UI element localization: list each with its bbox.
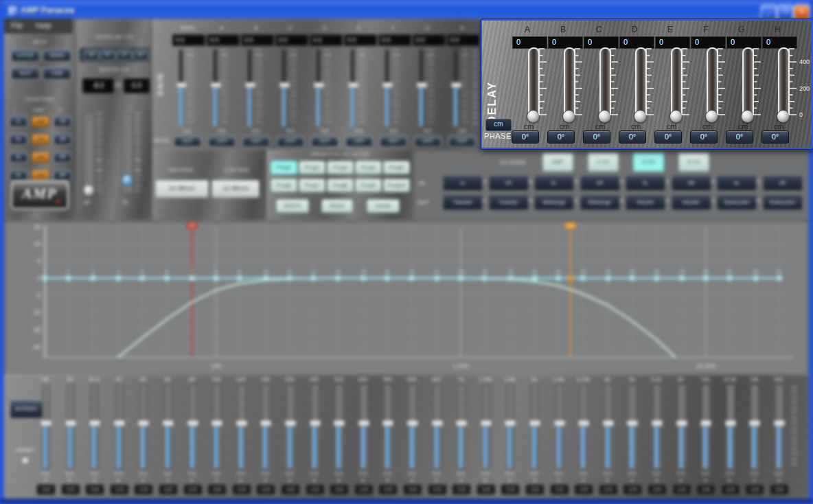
menu-help[interactable]: Help [36,21,51,30]
gain-fader-cap[interactable] [211,82,221,88]
gain-mute-button[interactable]: OFF [174,136,201,147]
delay-phase-button[interactable]: 0° [512,130,539,144]
eq-band-fader-cap[interactable] [652,420,663,426]
routing-cell[interactable]: Tweeter [489,195,529,210]
eq-band-fader-cap[interactable] [260,420,271,426]
minimize-button[interactable]: _ [761,5,777,19]
gain-mute-button[interactable]: OFF [345,136,373,147]
preset-button[interactable]: Prog2 [299,161,325,174]
eq-band-fader-cap[interactable] [481,420,492,426]
eq-band-q-value[interactable]: 1.0 [354,484,374,495]
gain-mute-button[interactable]: OFF [448,136,476,147]
menu-file[interactable]: File [11,21,23,30]
eq-band-fader-cap[interactable] [529,420,540,426]
link-right-button[interactable]: 3R [54,152,71,163]
eq-band-point[interactable] [164,276,169,281]
eq-band-fader-cap[interactable] [285,420,296,426]
eq-band-fader-cap[interactable] [114,420,125,426]
eq-band-q-value[interactable]: 1.0 [501,484,520,495]
routing-cell[interactable]: Midrange [580,195,620,210]
eq-band-fader-cap[interactable] [187,420,198,426]
gain-fader-cap[interactable] [245,82,255,88]
eq-band-point[interactable] [409,276,414,281]
eq-band-q-value[interactable]: 1.0 [550,484,569,495]
delay-phase-button[interactable]: 0° [690,130,718,144]
eq-band-q-value[interactable]: 1.0 [745,484,764,495]
eq-band-fader-cap[interactable] [310,420,321,426]
eq-band-fader-cap[interactable] [700,420,711,426]
eq-band-point[interactable] [91,276,95,281]
link-left-button[interactable]: 1L [10,116,27,127]
delay-phase-button[interactable]: 0° [547,130,575,144]
eq-band-q-value[interactable]: 1.0 [85,484,104,495]
gain-mute-button[interactable]: OFF [380,136,407,147]
eq-band-q-value[interactable]: 1.0 [452,484,471,495]
routing-cell[interactable]: Woofer [626,195,665,210]
routing-cell[interactable]: 1L [443,176,483,191]
eq-band-point[interactable] [606,276,610,281]
title-bar[interactable]: AMP Panacea _ ❐ ✕ [1,1,812,19]
channel-mode-button[interactable]: 8 CH [678,152,709,172]
gain-mute-button[interactable]: OFF [277,136,304,147]
eq-band-point[interactable] [385,276,389,281]
routing-cell[interactable]: 3L [626,176,665,191]
link-right-button[interactable]: 2R [54,134,71,145]
eq-band-fader-cap[interactable] [456,420,467,426]
eq-band-q-value[interactable]: 1.0 [672,484,691,495]
eq-band-point[interactable] [680,276,685,281]
eq-band-fader-cap[interactable] [578,420,589,426]
eq-band-point[interactable] [703,276,708,281]
device-mode-button[interactable]: BP [100,50,115,60]
eq-band-fader-cap[interactable] [432,420,443,426]
eq-band-fader-cap[interactable] [89,420,100,426]
eq-band-fader-cap[interactable] [554,420,565,426]
eq-band-q-value[interactable]: 1.0 [477,484,496,495]
routing-cell[interactable]: 4R [763,176,803,191]
maximize-button[interactable]: ❐ [777,5,793,19]
input-source-button[interactable]: AUX [11,67,40,80]
eq-band-q-value[interactable]: 1.0 [599,484,618,495]
eq-band-q-value[interactable]: 1.0 [183,484,203,495]
routing-cell[interactable]: 2R [580,176,620,191]
eq-band-point[interactable] [190,276,194,281]
eq-band-point[interactable] [580,276,585,281]
eq-band-point[interactable] [264,276,268,281]
eq-band-point[interactable] [556,276,561,281]
eq-band-fader-cap[interactable] [676,420,687,426]
eq-band-q-value[interactable]: 1.0 [207,484,227,495]
eq-band-q-value[interactable]: 1.0 [623,484,642,495]
eq-band-point[interactable] [654,276,659,281]
eq-band-q-value[interactable]: 1.0 [574,484,593,495]
eq-band-point[interactable] [435,276,439,281]
eq-band-q-value[interactable]: 1.0 [256,484,275,495]
eq-band-q-value[interactable]: 1.0 [378,484,398,495]
eq-band-point[interactable] [532,276,537,281]
eq-band-point[interactable] [482,276,487,281]
device-mode-button[interactable]: LP [117,50,132,60]
routing-cell[interactable]: Midrange [534,195,574,210]
eq-band-point[interactable] [237,276,242,281]
eq-band-q-value[interactable]: 1.0 [330,484,349,495]
eq-band-point[interactable] [361,276,366,281]
eq-band-q-value[interactable]: 1.0 [721,484,740,495]
gain-fader-cap[interactable] [348,82,358,88]
eq-band-fader-cap[interactable] [749,420,760,426]
eq-band-q-value[interactable]: 1.0 [648,484,667,495]
gain-fader-cap[interactable] [176,82,187,88]
input-source-button[interactable]: USB [43,67,71,80]
eq-band-fader-cap[interactable] [334,420,345,426]
preset-button[interactable]: Prog4 [355,161,382,174]
eq-band-point[interactable] [139,276,144,281]
link-right-button[interactable]: 1R [54,116,71,127]
eq-band-point[interactable] [630,276,634,281]
eq-band-fader-cap[interactable] [358,420,369,426]
eq-band-fader-cap[interactable] [725,420,736,426]
eq-band-q-value[interactable]: 1.0 [36,484,56,495]
routing-cell[interactable]: Tweeter [443,195,483,210]
channel-mode-button[interactable]: 4 CH [633,152,664,172]
routing-cell[interactable]: Subwoofer [763,195,803,210]
eq-band-fader-cap[interactable] [505,420,516,426]
link-button[interactable]: LNK [32,134,49,145]
eq-band-fader-cap[interactable] [138,420,149,426]
link-left-button[interactable]: 3L [10,152,27,163]
